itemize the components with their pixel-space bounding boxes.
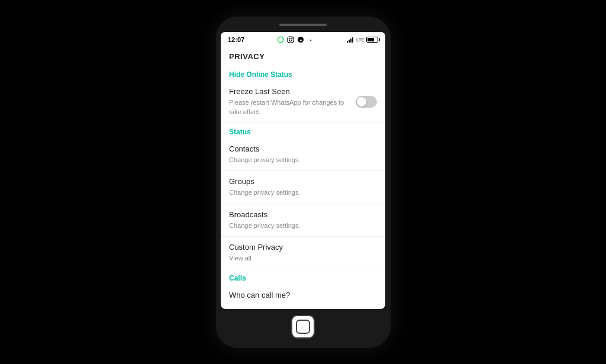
section-header-status: Status xyxy=(221,123,385,138)
svg-rect-1 xyxy=(288,37,294,43)
setting-subtitle-custom-privacy: View all xyxy=(229,254,377,263)
setting-title-broadcasts: Broadcasts xyxy=(229,210,377,220)
setting-subtitle-contacts: Change privacy settings. xyxy=(229,156,377,165)
setting-item-contacts[interactable]: Contacts Change privacy settings. xyxy=(221,138,385,171)
setting-subtitle-broadcasts: Change privacy settings. xyxy=(229,221,377,230)
setting-title-groups: Groups xyxy=(229,177,377,187)
phone-screen: 12:07 xyxy=(221,32,385,308)
page-title: PRIVACY xyxy=(221,46,385,66)
setting-text-custom-privacy: Custom Privacy View all xyxy=(229,243,377,263)
instagram-icon xyxy=(286,36,295,44)
section-header-hide-online: Hide Online Status xyxy=(221,66,385,81)
battery-icon xyxy=(366,37,378,43)
setting-title-custom-privacy: Custom Privacy xyxy=(229,243,377,253)
svg-text:●: ● xyxy=(299,38,302,42)
status-icons-left: ● • xyxy=(276,36,315,44)
dot-icon: • xyxy=(307,36,315,44)
status-bar: 12:07 xyxy=(221,32,385,46)
setting-subtitle-freeze-last-seen: Please restart WhatsApp for changes to t… xyxy=(229,98,351,117)
scroll-area[interactable]: PRIVACY Hide Online Status Freeze Last S… xyxy=(221,46,385,308)
setting-title-contacts: Contacts xyxy=(229,144,377,154)
toggle-freeze-last-seen[interactable] xyxy=(356,96,377,108)
setting-text-groups: Groups Change privacy settings. xyxy=(229,177,377,197)
setting-text-who-can-call: Who can call me? xyxy=(229,291,377,301)
svg-point-3 xyxy=(292,38,292,38)
snapchat-icon: ● xyxy=(296,36,305,44)
setting-item-groups[interactable]: Groups Change privacy settings. xyxy=(221,171,385,204)
signal-bars xyxy=(347,37,353,43)
setting-title-freeze-last-seen: Freeze Last Seen xyxy=(229,87,351,97)
phone-frame: 12:07 xyxy=(216,17,391,348)
setting-item-who-can-call[interactable]: Who can call me? xyxy=(221,285,385,307)
setting-title-who-can-call: Who can call me? xyxy=(229,291,377,301)
section-header-calls: Calls xyxy=(221,269,385,285)
svg-point-2 xyxy=(289,38,292,41)
setting-text-broadcasts: Broadcasts Change privacy settings. xyxy=(229,210,377,230)
whatsapp-icon xyxy=(276,36,285,44)
setting-item-freeze-last-seen[interactable]: Freeze Last Seen Please restart WhatsApp… xyxy=(221,81,385,123)
home-button[interactable] xyxy=(291,315,315,339)
status-time: 12:07 xyxy=(228,36,244,43)
setting-item-broadcasts[interactable]: Broadcasts Change privacy settings. xyxy=(221,204,385,237)
status-icons-right: LTE xyxy=(347,37,378,43)
setting-text-freeze-last-seen: Freeze Last Seen Please restart WhatsApp… xyxy=(229,87,351,117)
home-button-inner xyxy=(296,320,310,334)
setting-item-custom-privacy[interactable]: Custom Privacy View all xyxy=(221,237,385,269)
setting-subtitle-groups: Change privacy settings. xyxy=(229,188,377,197)
phone-notch xyxy=(279,24,327,27)
setting-text-contacts: Contacts Change privacy settings. xyxy=(229,144,377,165)
